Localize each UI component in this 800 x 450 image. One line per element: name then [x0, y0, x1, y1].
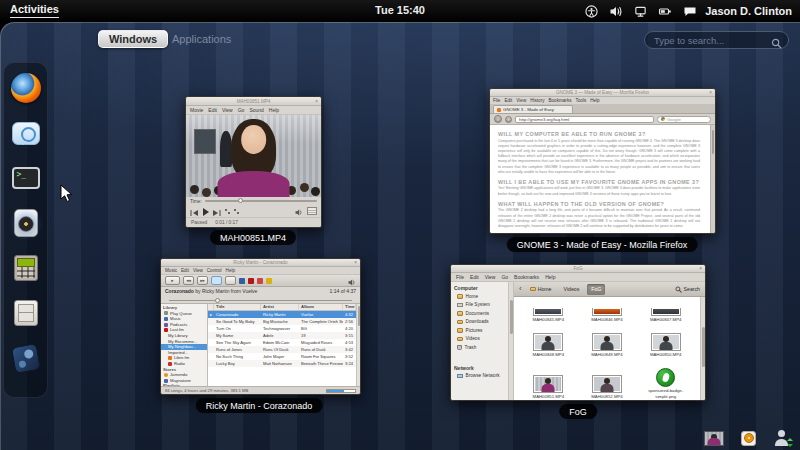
file-item: MAH00847.MP4 — [639, 298, 692, 323]
tab-applications[interactable]: Applications — [172, 33, 231, 45]
table-row: So Good To My BabyBig MustacheThe Comple… — [208, 318, 356, 325]
battery-icon[interactable] — [658, 5, 672, 18]
favicon — [497, 108, 501, 112]
menu-item: File — [493, 98, 500, 103]
tab-windows[interactable]: Windows — [98, 30, 168, 48]
message-tray — [704, 430, 790, 446]
nautilus-menubar: File Edit View Go Bookmarks Help — [451, 273, 705, 282]
totem-menubar: Movie Edit View Go Sound Help — [186, 106, 321, 115]
dash-item-movie-player[interactable] — [10, 342, 42, 374]
browse-icon — [239, 278, 245, 284]
window-firefox[interactable]: GNOME 3 — Made of Easy — Mozilla Firefox… — [489, 88, 716, 234]
playback-controls — [186, 205, 321, 217]
window-totem[interactable]: MAH00851.MP4× Movie Edit View Go Sound H… — [185, 96, 322, 228]
window-caption: FoG — [559, 404, 597, 419]
sidebar-item: Videos — [451, 335, 508, 344]
file-cabinet-icon — [14, 300, 38, 326]
menu-item: Sound — [249, 107, 263, 113]
file-grid: MAH00845.MP4 MAH00846.MP4 MAH00847.MP4 M… — [514, 297, 700, 400]
scrollbar — [710, 125, 715, 233]
track-position: 1:14 of 4:37 — [330, 288, 356, 298]
window-caption: Ricky Martin - Corazonado — [196, 398, 323, 413]
folder-icon — [457, 328, 463, 333]
close-icon: × — [354, 259, 357, 267]
search-input[interactable] — [645, 32, 788, 48]
table-row: CorazonadoRicky MartinVuelve4:32 — [208, 311, 356, 318]
table-row: No Such ThingJohn MayerRoom For Squares3… — [208, 353, 356, 360]
sidebar-item: File System — [451, 301, 508, 310]
folder-icon — [530, 287, 536, 292]
shuffle-icon — [225, 209, 230, 214]
window-rhythmbox[interactable]: Ricky Martin - Corazonado× Music Edit Vi… — [160, 258, 361, 395]
menu-item: Control — [207, 268, 222, 273]
window-caption: MAH00851.MP4 — [210, 230, 296, 245]
video-preview-tray-icon[interactable] — [704, 431, 724, 446]
record-icon — [257, 278, 263, 284]
video-frame — [186, 115, 321, 197]
progress-bar — [326, 389, 356, 393]
trash-icon — [457, 345, 462, 350]
sidebar-item: Documents — [451, 309, 508, 318]
gnome-badge-image — [656, 368, 675, 387]
gnome-shell-overview: Activities Tue 15:40 Jason D. Clinton Wi… — [0, 0, 800, 450]
play-button: ▸ — [165, 276, 180, 285]
dash-item-terminal[interactable] — [10, 162, 42, 194]
search-icon — [771, 35, 782, 53]
file-view: ‹ Home Videos FoG Search MAH00845.MP4 MA… — [514, 282, 705, 400]
navigation-bar: ‹ › http://gnome3.org/faq.html Google — [490, 114, 715, 125]
menu-item: Bookmarks — [549, 98, 572, 103]
user-menu[interactable]: Jason D. Clinton — [705, 5, 792, 17]
presenter-body — [217, 171, 290, 197]
track-list: Title Artist Album Time CorazonadoRicky … — [208, 304, 356, 386]
back-icon: ‹ — [494, 115, 502, 123]
presenter-face — [241, 125, 267, 155]
shuffle-toggle — [211, 276, 222, 285]
browser-tab: GNOME 3 - Made of Easy — [493, 105, 573, 113]
repeat-toggle — [225, 276, 236, 285]
dash — [3, 62, 48, 398]
next-button: ▸▸ — [197, 276, 208, 285]
rhythmbox-menubar: Music Edit View Control Help — [161, 267, 360, 275]
file-item: MAH00849.MP4 — [581, 323, 634, 358]
folder-icon — [457, 337, 463, 342]
path-bar: ‹ Home Videos FoG Search — [514, 282, 705, 297]
firefox-titlebar: GNOME 3 — Made of Easy — Mozilla Firefox… — [490, 89, 715, 97]
close-icon: × — [315, 97, 318, 106]
dash-item-calculator[interactable] — [10, 252, 42, 284]
menu-item: Edit — [208, 107, 217, 113]
dash-item-file-manager[interactable] — [10, 297, 42, 329]
table-row: Lucky BoyMatt NathansonBeneath These Fir… — [208, 360, 356, 367]
window-file-manager[interactable]: FoG× File Edit View Go Bookmarks Help Co… — [450, 264, 706, 401]
dash-item-firefox[interactable] — [10, 72, 42, 104]
menu-item: Edit — [181, 268, 189, 273]
page-paragraph: The GNOME 2 desktop had a long life, and… — [498, 208, 700, 229]
file-item: sponsored-badge-simple.png — [639, 358, 692, 400]
dash-item-empathy[interactable] — [10, 117, 42, 149]
star-icon — [266, 278, 272, 284]
table-row: Runs of JonesRuns Of DuskRuns of Dusk3:4… — [208, 346, 356, 353]
page-paragraph: Computers purchased in the last 4 or 5 y… — [498, 139, 700, 175]
display-icon[interactable] — [634, 5, 647, 18]
user-status-tray-icon[interactable] — [773, 430, 790, 446]
window-caption: GNOME 3 - Made of Easy - Mozilla Firefox — [507, 237, 698, 252]
file-item: MAH00851.MP4 — [522, 358, 575, 400]
sidebar-item: Pictures — [451, 326, 508, 335]
background-screen — [194, 129, 216, 154]
chat-icon[interactable] — [683, 5, 697, 18]
volume-icon[interactable] — [609, 5, 623, 18]
page-content: WILL MY COMPUTER BE ABLE TO RUN GNOME 3?… — [490, 125, 710, 233]
folder-icon — [457, 294, 463, 299]
menu-item: Music — [165, 268, 177, 273]
dash-item-rhythmbox[interactable] — [10, 207, 42, 239]
web-search-field: Google — [657, 116, 711, 123]
accessibility-icon[interactable] — [585, 5, 598, 18]
speaker-icon — [14, 209, 38, 237]
page-heading: WILL MY COMPUTER BE ABLE TO RUN GNOME 3? — [498, 131, 700, 137]
media-player-tray-icon[interactable] — [741, 431, 756, 446]
back-icon: ‹ — [519, 285, 522, 293]
table-row: See The Sky AgainEdwin McCainMisguided R… — [208, 339, 356, 346]
audience — [190, 185, 199, 194]
places-sidebar: Computer Home File System Documents Down… — [451, 282, 509, 400]
seek-handle — [238, 198, 243, 203]
video-thumbnail — [533, 333, 563, 351]
